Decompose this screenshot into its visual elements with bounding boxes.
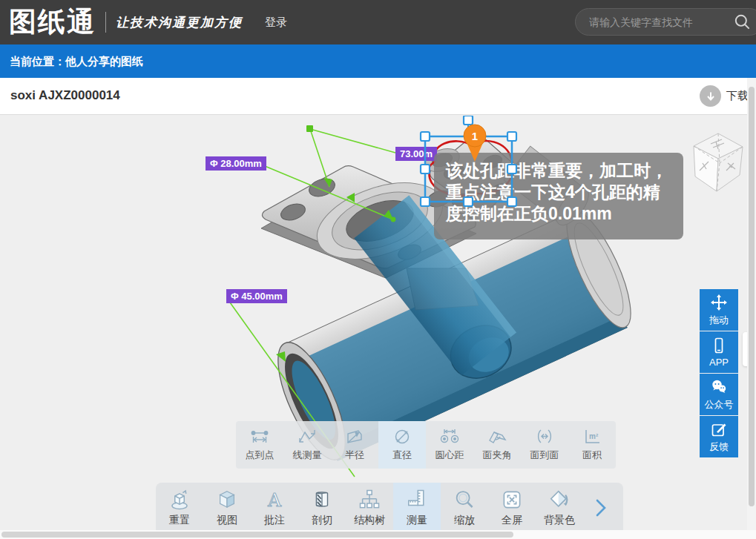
search-icon[interactable] <box>733 13 752 32</box>
wechat-official-button[interactable]: 公众号 <box>700 374 738 415</box>
tool-section-cut[interactable]: 剖切 <box>298 483 346 532</box>
breadcrumb: 当前位置：他人分享的图纸 <box>0 44 756 78</box>
svg-text:m²: m² <box>589 432 599 440</box>
tool-line-measure[interactable]: 线测量 <box>283 421 331 469</box>
annotation-pin-number: 1 <box>472 130 478 142</box>
tool-annotate[interactable]: A 批注 <box>251 483 298 532</box>
app-logo: 图纸通 <box>9 4 96 41</box>
tool-zoom[interactable]: 缩放 <box>441 483 488 532</box>
tool-view[interactable]: 视图 <box>203 483 251 532</box>
measure-label-diameter-45[interactable]: Φ 45.00mm <box>226 289 287 303</box>
feedback-button[interactable]: 反馈 <box>700 416 738 457</box>
app-tagline: 让技术沟通更加方便 <box>116 14 243 31</box>
section-cut-icon <box>311 489 333 511</box>
search-box[interactable] <box>575 8 756 36</box>
tool-point-to-point[interactable]: 点到点 <box>236 421 283 469</box>
tool-face-angle[interactable]: 面夹角 <box>473 421 521 469</box>
horizontal-scrollbar[interactable] <box>0 530 756 539</box>
tool-area[interactable]: m² 面积 <box>568 421 616 469</box>
toolbar-more-button[interactable] <box>583 483 619 532</box>
measure-label-diameter-28[interactable]: Φ 28.00mm <box>206 156 266 171</box>
vertical-scrollbar[interactable] <box>747 78 756 539</box>
view-icon <box>216 489 238 511</box>
diameter-icon <box>392 428 412 446</box>
radius-icon <box>345 428 364 446</box>
vertical-scrollbar-thumb[interactable] <box>749 87 755 506</box>
line-measure-icon <box>298 428 317 446</box>
drag-move-icon <box>710 294 728 311</box>
download-icon[interactable] <box>700 85 721 107</box>
tool-center-distance[interactable]: 圆心距 <box>426 421 473 469</box>
logo-divider <box>105 12 106 33</box>
app-header: 图纸通 让技术沟通更加方便 登录 <box>0 0 756 44</box>
drag-button[interactable]: 拖动 <box>700 289 738 331</box>
tool-radius[interactable]: 半径 <box>331 421 378 469</box>
feedback-pencil-icon <box>710 420 728 438</box>
tool-structure-tree[interactable]: 结构树 <box>346 483 393 532</box>
document-title: soxi AJXZ0000014 <box>10 88 120 103</box>
fullscreen-icon <box>501 489 523 511</box>
measure-toolbar: 点到点 线测量 半径 <box>236 421 616 469</box>
annotate-icon: A <box>263 489 286 511</box>
tool-diameter[interactable]: 直径 <box>378 421 426 469</box>
face-to-face-icon <box>535 428 554 446</box>
phone-icon <box>710 337 728 354</box>
download-button[interactable]: 下载 <box>700 85 749 107</box>
background-color-icon <box>548 489 571 511</box>
structure-tree-icon <box>358 489 381 511</box>
viewer-area: Φ 28.00mm 73.00m Φ 45.00mm 该处孔距非常重要，加工时，… <box>0 116 756 539</box>
view-cube[interactable] <box>686 129 750 199</box>
point-to-point-icon <box>250 428 269 446</box>
measure-icon <box>406 489 428 511</box>
zoom-icon <box>453 489 476 511</box>
search-input[interactable] <box>576 16 733 28</box>
login-link[interactable]: 登录 <box>265 16 287 30</box>
annotation-tooltip: 该处孔距非常重要，加工时，重点注意一下这4个孔距的精度控制在正负0.01mm <box>434 153 683 239</box>
horizontal-scrollbar-thumb[interactable] <box>1 532 513 538</box>
svg-text:A: A <box>267 489 282 511</box>
face-angle-icon <box>487 428 507 446</box>
app-button[interactable]: APP <box>700 331 738 373</box>
reset-icon <box>168 489 191 511</box>
center-distance-icon <box>440 428 459 446</box>
wechat-icon <box>710 378 728 396</box>
side-button-stack: 拖动 APP 公众号 反馈 <box>700 289 738 458</box>
area-icon: m² <box>582 428 602 446</box>
tool-fullscreen[interactable]: 全屏 <box>488 483 536 532</box>
document-titlebar: soxi AJXZ0000014 下载 <box>0 78 756 115</box>
measure-label-73[interactable]: 73.00m <box>395 147 437 161</box>
tool-reset[interactable]: 重置 <box>156 483 203 532</box>
tool-background-color[interactable]: 背景色 <box>536 483 583 532</box>
tool-face-to-face[interactable]: 面到面 <box>521 421 568 469</box>
chevron-right-icon <box>595 498 607 517</box>
